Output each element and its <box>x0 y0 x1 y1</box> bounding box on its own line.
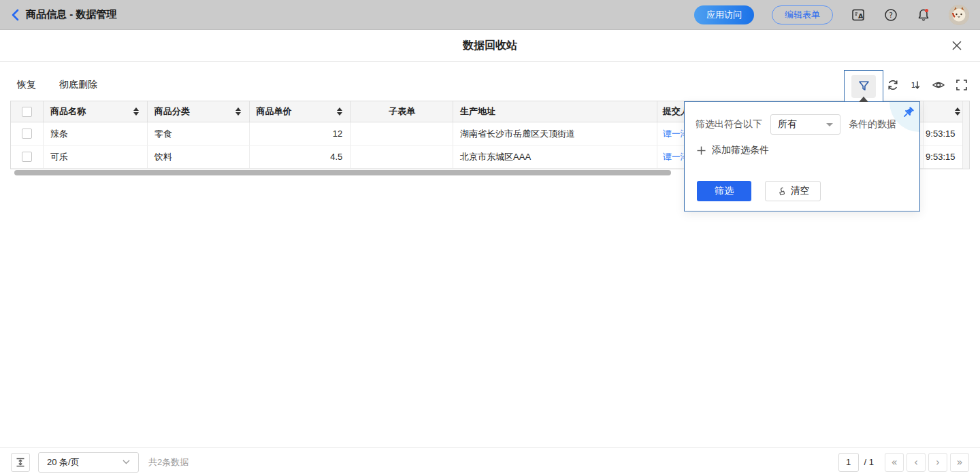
popup-caret-icon <box>859 97 868 102</box>
col-header-price[interactable]: 商品单价 <box>250 101 352 122</box>
col-header-category[interactable]: 商品分类 <box>148 101 250 122</box>
sort-icon[interactable] <box>133 107 139 116</box>
page-size-value: 20 条/页 <box>47 456 80 469</box>
vertical-scrollbar-track <box>962 101 969 169</box>
col-header-address[interactable]: 生产地址 <box>453 101 657 122</box>
horizontal-scrollbar[interactable] <box>14 170 671 175</box>
modal-title: 数据回收站 <box>463 39 517 53</box>
cell-subform <box>351 146 453 168</box>
cell-price: 12 <box>250 122 352 145</box>
page-title: 商品信息 - 数据管理 <box>26 8 116 21</box>
clear-filter-button[interactable]: 清空 <box>765 181 821 201</box>
cell-name: 可乐 <box>44 146 148 168</box>
back-icon <box>11 9 19 21</box>
filter-popup: 筛选出符合以下 所有 条件的数据 添加筛选条件 筛选 <box>684 101 920 211</box>
page-number-input[interactable] <box>838 453 859 472</box>
avatar[interactable] <box>949 5 969 25</box>
cell-address: 北京市东城区AAA <box>453 146 657 168</box>
prev-page-icon[interactable]: ‹ <box>906 453 926 472</box>
svg-text:A: A <box>858 12 864 19</box>
page-size-select[interactable]: 20 条/页 <box>38 452 139 473</box>
back-button[interactable]: 商品信息 - 数据管理 <box>11 8 116 21</box>
svg-text:?: ? <box>889 10 893 18</box>
col-header-subform[interactable]: 子表单 <box>351 101 453 122</box>
row-checkbox[interactable] <box>22 129 32 139</box>
bell-icon[interactable] <box>916 7 931 22</box>
translate-icon[interactable]: A <box>851 7 866 22</box>
first-page-icon[interactable]: « <box>885 453 904 472</box>
match-mode-select[interactable]: 所有 <box>770 114 840 135</box>
row-height-icon[interactable] <box>11 453 30 472</box>
screen: 商品信息 - 数据管理 应用访问 编辑表单 A ? <box>0 0 980 476</box>
pagination-bar: 20 条/页 共2条数据 / 1 « ‹ › » <box>0 447 980 476</box>
svg-text:1: 1 <box>911 81 916 90</box>
table-actions: 恢复 彻底删除 <box>17 79 97 91</box>
eye-icon[interactable] <box>929 75 948 95</box>
cell-address: 湖南省长沙市岳麓区天顶街道 <box>453 122 657 145</box>
refresh-icon[interactable] <box>883 75 902 95</box>
popup-footer: 筛选 清空 <box>697 181 821 201</box>
filter-match-row: 筛选出符合以下 所有 条件的数据 <box>696 114 896 135</box>
clear-button-label: 清空 <box>791 185 810 197</box>
cell-category: 饮料 <box>148 146 250 168</box>
total-count-label: 共2条数据 <box>148 456 189 469</box>
last-page-icon[interactable]: » <box>950 453 969 472</box>
select-all-checkbox[interactable] <box>22 107 32 117</box>
cell-subform <box>351 122 453 145</box>
app-access-button[interactable]: 应用访问 <box>694 5 754 24</box>
cell-price: 4.5 <box>250 146 352 168</box>
apply-filter-button[interactable]: 筛选 <box>697 181 751 201</box>
topbar: 商品信息 - 数据管理 应用访问 编辑表单 A ? <box>0 0 980 30</box>
purge-button[interactable]: 彻底删除 <box>59 79 97 91</box>
modal-header: 数据回收站 <box>0 30 980 62</box>
match-mode-value: 所有 <box>778 118 797 131</box>
col-header-name[interactable]: 商品名称 <box>44 101 148 122</box>
sort-icon[interactable] <box>955 107 960 116</box>
pin-icon[interactable] <box>901 106 915 120</box>
add-condition-button[interactable]: 添加筛选条件 <box>697 144 769 156</box>
sort-icon[interactable] <box>235 107 241 116</box>
page-total-label: / 1 <box>864 457 874 467</box>
cell-name: 辣条 <box>44 122 148 145</box>
filter-suffix-label: 条件的数据 <box>849 118 896 131</box>
filter-prefix-label: 筛选出符合以下 <box>696 118 762 131</box>
add-condition-label: 添加筛选条件 <box>712 144 769 156</box>
row-checkbox[interactable] <box>22 152 32 162</box>
next-page-icon[interactable]: › <box>928 453 947 472</box>
edit-form-button[interactable]: 编辑表单 <box>772 5 833 24</box>
close-icon[interactable] <box>950 39 964 52</box>
clear-brush-icon <box>777 186 787 197</box>
plus-icon <box>697 146 706 155</box>
sort-order-icon[interactable]: 1 <box>906 75 925 95</box>
sort-icon[interactable] <box>337 107 342 116</box>
select-all-cell <box>11 101 44 122</box>
fullscreen-icon[interactable] <box>952 75 971 95</box>
help-icon[interactable]: ? <box>883 7 898 22</box>
cell-category: 零食 <box>148 122 250 145</box>
filter-icon[interactable] <box>851 75 876 98</box>
restore-button[interactable]: 恢复 <box>17 79 36 91</box>
